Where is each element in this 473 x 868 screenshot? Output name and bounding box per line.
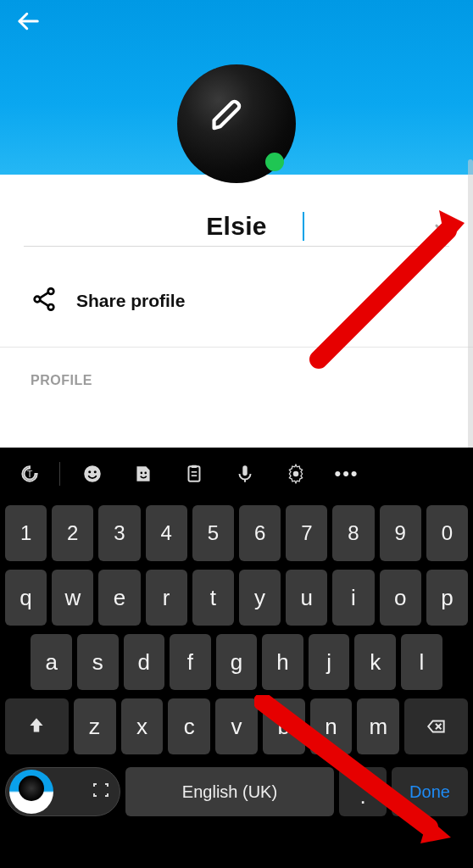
keyboard-bottom-row: English (UK) . Done xyxy=(0,763,473,829)
key-2[interactable]: 2 xyxy=(52,505,93,561)
key-3[interactable]: 3 xyxy=(98,505,140,561)
key-q[interactable]: q xyxy=(5,570,47,626)
keyboard-row-2: a s d f g h j k l xyxy=(5,634,468,690)
key-s[interactable]: s xyxy=(77,634,119,690)
avatar-container[interactable] xyxy=(177,64,296,183)
keyboard-row-1: q w e r t y u i o p xyxy=(5,570,468,626)
svg-point-9 xyxy=(84,465,101,482)
more-icon[interactable]: ••• xyxy=(326,457,367,491)
key-p[interactable]: p xyxy=(426,570,468,626)
key-7[interactable]: 7 xyxy=(286,505,327,561)
svg-point-11 xyxy=(94,470,97,473)
settings-icon[interactable] xyxy=(275,457,316,491)
keyboard-toolbar: T ••• xyxy=(0,448,473,500)
svg-line-4 xyxy=(40,292,48,298)
key-y[interactable]: y xyxy=(239,570,281,626)
svg-point-20 xyxy=(293,471,299,477)
key-space[interactable]: English (UK) xyxy=(125,767,334,816)
key-v[interactable]: v xyxy=(215,698,258,754)
key-r[interactable]: r xyxy=(146,570,187,626)
svg-rect-15 xyxy=(192,465,198,468)
key-backspace[interactable] xyxy=(404,698,468,754)
key-f[interactable]: f xyxy=(170,634,211,690)
key-shift[interactable] xyxy=(5,698,69,754)
key-e[interactable]: e xyxy=(98,570,140,626)
text-select-icon[interactable]: T xyxy=(12,457,47,491)
key-1[interactable]: 1 xyxy=(5,505,47,561)
text-cursor xyxy=(303,212,304,241)
svg-rect-18 xyxy=(242,465,247,476)
share-profile-label: Share profile xyxy=(76,291,185,311)
svg-text:T: T xyxy=(27,469,33,479)
key-a[interactable]: a xyxy=(31,634,72,690)
mic-icon[interactable] xyxy=(225,457,265,491)
key-x[interactable]: x xyxy=(121,698,164,754)
toolbar-divider xyxy=(59,462,60,486)
svg-point-10 xyxy=(88,470,91,473)
clipboard-icon[interactable] xyxy=(174,457,214,491)
key-j[interactable]: j xyxy=(309,634,350,690)
key-g[interactable]: g xyxy=(216,634,258,690)
section-profile-label: PROFILE xyxy=(0,348,473,388)
key-u[interactable]: u xyxy=(286,570,327,626)
key-m[interactable]: m xyxy=(357,698,399,754)
key-o[interactable]: o xyxy=(380,570,421,626)
emoji-icon[interactable] xyxy=(72,457,113,491)
key-t[interactable]: t xyxy=(192,570,234,626)
key-h[interactable]: h xyxy=(262,634,303,690)
key-c[interactable]: c xyxy=(168,698,210,754)
key-z[interactable]: z xyxy=(74,698,116,754)
share-profile-row[interactable]: Share profile xyxy=(0,286,473,348)
svg-rect-14 xyxy=(189,466,200,481)
key-8[interactable]: 8 xyxy=(332,505,374,561)
key-0[interactable]: 0 xyxy=(426,505,468,561)
scrollbar[interactable] xyxy=(468,159,473,458)
profile-header xyxy=(0,0,473,175)
presence-indicator xyxy=(265,153,284,171)
key-5[interactable]: 5 xyxy=(192,505,234,561)
keyboard-switcher[interactable] xyxy=(5,767,120,816)
key-l[interactable]: l xyxy=(401,634,442,690)
share-icon xyxy=(31,286,58,316)
pencil-icon xyxy=(209,94,248,136)
svg-point-12 xyxy=(141,472,143,475)
keyboard-switcher-thumb xyxy=(9,770,53,814)
keyboard-row-3: z x c v b n m xyxy=(5,698,468,754)
key-9[interactable]: 9 xyxy=(380,505,421,561)
confirm-name-button[interactable] xyxy=(432,212,458,241)
keyboard-done-button[interactable]: Done xyxy=(392,767,468,816)
scan-icon xyxy=(91,780,111,804)
key-n[interactable]: n xyxy=(310,698,353,754)
key-i[interactable]: i xyxy=(332,570,374,626)
key-4[interactable]: 4 xyxy=(146,505,187,561)
key-6[interactable]: 6 xyxy=(239,505,281,561)
keyboard-number-row: 1 2 3 4 5 6 7 8 9 0 xyxy=(5,505,468,561)
key-period[interactable]: . xyxy=(339,767,387,816)
key-k[interactable]: k xyxy=(354,634,396,690)
name-edit-row xyxy=(0,207,473,247)
key-w[interactable]: w xyxy=(52,570,93,626)
svg-line-5 xyxy=(40,300,48,305)
sticker-icon[interactable] xyxy=(123,457,164,491)
svg-point-13 xyxy=(144,472,147,475)
key-b[interactable]: b xyxy=(263,698,305,754)
name-input[interactable] xyxy=(169,212,304,241)
back-button[interactable] xyxy=(15,8,41,37)
key-d[interactable]: d xyxy=(124,634,165,690)
soft-keyboard: T ••• 1 2 3 4 xyxy=(0,448,473,868)
